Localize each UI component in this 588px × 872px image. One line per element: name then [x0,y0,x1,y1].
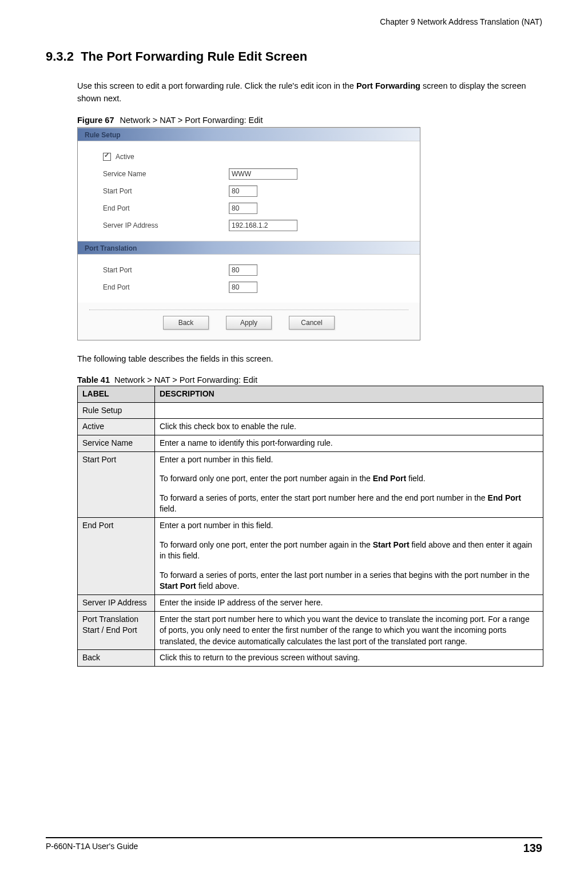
check-icon: ✓ [104,152,109,158]
table-row: Rule Setup [78,402,543,419]
cell-label: Active [78,419,155,435]
table-row: Port Translation Start / End Port Enter … [78,611,543,650]
cell-label: Port Translation Start / End Port [78,611,155,650]
port-translation-bar: Port Translation [78,241,420,255]
pt-end-port-label: End Port [103,283,229,291]
cell-label: Start Port [78,451,155,517]
end-port-input[interactable] [229,203,257,214]
cell-desc [155,402,543,419]
section-heading: 9.3.2 The Port Forwarding Rule Edit Scre… [46,49,542,64]
cell-label: End Port [78,518,155,595]
cell-label: Rule Setup [78,402,155,419]
apply-button[interactable]: Apply [226,316,272,330]
intro-paragraph: Use this screen to edit a port forwardin… [77,80,542,105]
cell-label: Back [78,650,155,667]
server-ip-label: Server IP Address [103,221,229,229]
pt-start-port-label: Start Port [103,266,229,274]
section-title: The Port Forwarding Rule Edit Screen [81,49,307,64]
col-description: DESCRIPTION [155,386,543,403]
page-footer: P-660N-T1A User's Guide 139 [46,837,542,855]
chapter-header: Chapter 9 Network Address Translation (N… [46,17,542,26]
table-row: Start Port Enter a port number in this f… [78,451,543,517]
table-intro: The following table describes the fields… [77,353,542,366]
cell-label: Server IP Address [78,594,155,611]
service-name-label: Service Name [103,170,229,178]
service-name-input[interactable] [229,168,297,180]
cell-desc: Click this check box to enable the rule. [155,419,543,435]
rule-setup-bar: Rule Setup [78,128,420,141]
section-number: 9.3.2 [46,49,74,64]
cancel-button[interactable]: Cancel [289,316,335,330]
start-port-label: Start Port [103,187,229,195]
screenshot-figure: Rule Setup ✓ Active Service Name Start P… [77,127,420,340]
cell-label: Service Name [78,435,155,452]
page-number: 139 [523,842,542,855]
cell-desc: Enter a port number in this field. To fo… [155,518,543,595]
start-port-input[interactable] [229,185,257,197]
table-row: End Port Enter a port number in this fie… [78,518,543,595]
cell-desc: Enter a name to identify this port-forwa… [155,435,543,452]
table-row: Active Click this check box to enable th… [78,419,543,435]
pt-start-port-input[interactable] [229,264,257,276]
table-caption: Table 41Network > NAT > Port Forwarding:… [77,375,542,385]
active-checkbox[interactable]: ✓ [103,153,111,161]
table-row: Service Name Enter a name to identify th… [78,435,543,452]
divider [89,310,408,310]
active-label: Active [116,153,134,161]
pt-end-port-input[interactable] [229,282,257,293]
cell-desc: Click this to return to the previous scr… [155,650,543,667]
description-table: LABEL DESCRIPTION Rule Setup Active Clic… [77,386,543,667]
port-translation-panel: Start Port End Port [78,255,420,303]
table-row: Back Click this to return to the previou… [78,650,543,667]
cell-desc: Enter a port number in this field. To fo… [155,451,543,517]
footer-guide: P-660N-T1A User's Guide [46,842,138,855]
table-row: Server IP Address Enter the inside IP ad… [78,594,543,611]
server-ip-input[interactable] [229,220,297,231]
table-header-row: LABEL DESCRIPTION [78,386,543,403]
end-port-label: End Port [103,204,229,212]
button-row: Back Apply Cancel [78,316,420,340]
figure-caption: Figure 67Network > NAT > Port Forwarding… [77,116,542,125]
rule-setup-panel: ✓ Active Service Name Start Port End Por… [78,141,420,241]
col-label: LABEL [78,386,155,403]
cell-desc: Enter the inside IP address of the serve… [155,594,543,611]
cell-desc: Enter the start port number here to whic… [155,611,543,650]
back-button[interactable]: Back [163,316,209,330]
